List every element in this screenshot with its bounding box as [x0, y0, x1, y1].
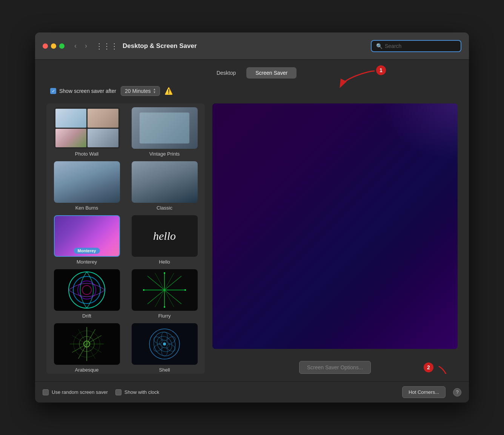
svg-point-34 [152, 335, 163, 345]
tab-screen-saver[interactable]: Screen Saver [246, 67, 297, 79]
ss-grid: Photo Wall Vintage Prints [50, 107, 201, 373]
ss-thumb-flurry [132, 269, 198, 311]
ss-item-drift[interactable]: Drift [50, 269, 123, 319]
tab-bar: Desktop Screen Saver [46, 67, 458, 79]
ss-thumb-photo-wall [54, 107, 120, 149]
preview-panel: 2 Scree [212, 103, 458, 374]
main-window: ‹ › ⋮⋮⋮ Desktop & Screen Saver 🔍 Desktop… [35, 32, 469, 403]
preview-shine [382, 103, 458, 160]
ss-item-shell[interactable]: Shell [128, 323, 201, 373]
bottom-bar: Use random screen saver Show with clock … [35, 381, 469, 403]
svg-point-31 [166, 343, 177, 353]
traffic-lights [43, 43, 65, 49]
svg-point-4 [82, 285, 91, 295]
window-title: Desktop & Screen Saver [123, 42, 371, 50]
clock-checkbox[interactable] [115, 389, 121, 395]
screen-saver-list[interactable]: Photo Wall Vintage Prints [46, 103, 205, 374]
ss-label-vintage: Vintage Prints [149, 151, 180, 157]
ss-thumb-vintage [132, 107, 198, 149]
random-checkbox-wrapper: Use random screen saver [43, 389, 108, 395]
stepper-arrows: ▲ ▼ [153, 88, 156, 94]
ss-thumb-arabesque [54, 323, 120, 365]
nav-buttons: ‹ › [72, 41, 89, 51]
ss-label-drift: Drift [82, 313, 91, 319]
minimize-button[interactable] [51, 43, 56, 49]
warning-icon: ⚠️ [164, 87, 173, 95]
ss-thumb-ken-burns [54, 161, 120, 203]
search-input[interactable] [385, 43, 456, 49]
tab-desktop[interactable]: Desktop [207, 67, 245, 79]
help-button[interactable]: ? [453, 388, 461, 396]
show-after-checkbox-wrapper: ✓ Show screen saver after [50, 88, 116, 94]
ss-item-flurry[interactable]: Flurry [128, 269, 201, 319]
content-area: Desktop Screen Saver 1 ✓ [35, 60, 469, 381]
ss-thumb-shell [132, 323, 198, 365]
svg-point-30 [166, 335, 177, 345]
show-after-label: Show screen saver after [59, 88, 116, 94]
selected-badge: Monterey [74, 248, 100, 254]
svg-point-1 [69, 272, 105, 308]
screen-saver-options-button[interactable]: Screen Saver Options... [299, 361, 371, 374]
svg-point-13 [143, 289, 144, 291]
show-after-checkbox[interactable]: ✓ [50, 88, 56, 94]
preview-screen [212, 103, 458, 349]
grid-button[interactable]: ⋮⋮⋮ [95, 42, 118, 51]
ss-label-hello: Hello [159, 259, 170, 265]
titlebar: ‹ › ⋮⋮⋮ Desktop & Screen Saver 🔍 [35, 32, 469, 60]
svg-point-33 [152, 343, 163, 353]
svg-point-14 [184, 289, 186, 291]
ss-item-monterey[interactable]: Monterey Monterey [50, 215, 123, 265]
ss-item-arabesque[interactable]: Arabesque [50, 323, 123, 373]
ss-label-arabesque: Arabesque [75, 367, 99, 373]
minutes-value: 20 Minutes [125, 88, 151, 94]
ss-thumb-monterey: Monterey [54, 215, 120, 257]
ss-item-photo-wall[interactable]: Photo Wall [50, 107, 123, 157]
ss-item-classic[interactable]: Classic [128, 161, 201, 211]
svg-point-28 [163, 342, 166, 346]
svg-point-11 [164, 272, 165, 274]
random-checkbox[interactable] [43, 389, 49, 395]
clock-checkbox-wrapper: Show with clock [115, 389, 159, 395]
ss-item-vintage-prints[interactable]: Vintage Prints [128, 107, 201, 157]
random-label: Use random screen saver [52, 389, 108, 395]
ss-item-ken-burns[interactable]: Ken Burns [50, 161, 123, 211]
search-box[interactable]: 🔍 [371, 40, 461, 52]
hot-corners-button[interactable]: Hot Corners... [402, 386, 446, 398]
controls-row: ✓ Show screen saver after 20 Minutes ▲ ▼… [46, 86, 458, 96]
back-button[interactable]: ‹ [72, 41, 79, 51]
search-icon: 🔍 [376, 43, 383, 49]
maximize-button[interactable] [59, 43, 65, 49]
ss-item-hello[interactable]: hello Hello [128, 215, 201, 265]
ss-label-flurry: Flurry [158, 313, 171, 319]
svg-point-2 [73, 276, 100, 304]
ss-label-shell: Shell [159, 367, 170, 373]
forward-button[interactable]: › [83, 41, 89, 51]
main-panel: Photo Wall Vintage Prints [46, 103, 458, 374]
clock-label: Show with clock [124, 389, 159, 395]
minutes-select[interactable]: 20 Minutes ▲ ▼ [121, 86, 160, 96]
ss-thumb-hello: hello [132, 215, 198, 257]
ss-label-ken-burns: Ken Burns [75, 205, 98, 211]
ss-thumb-drift [54, 269, 120, 311]
close-button[interactable] [43, 43, 48, 49]
ss-label-monterey: Monterey [77, 259, 97, 265]
ss-label-classic: Classic [157, 205, 172, 211]
ss-label-photo-wall: Photo Wall [75, 151, 98, 157]
ss-thumb-classic [132, 161, 198, 203]
svg-point-12 [164, 306, 165, 308]
